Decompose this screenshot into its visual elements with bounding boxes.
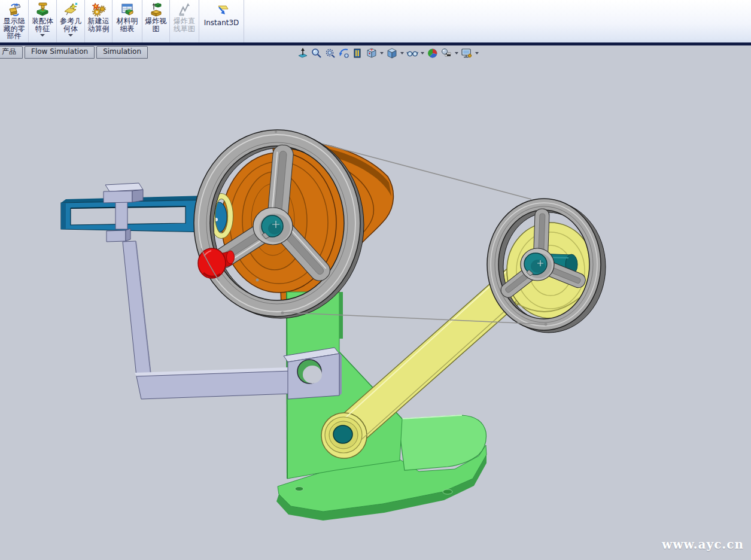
belt-tangent-point [275,130,277,133]
tab-simulation[interactable]: Simulation [96,46,148,59]
button-label: 材料明 [117,17,138,25]
explode-line-sketch-icon [177,2,192,17]
slider-block-front [104,191,132,203]
motor-housing[interactable] [221,141,393,312]
button-label: 显示隐 [4,17,25,25]
small-pulley-assembly[interactable] [487,199,606,333]
zoom-to-area-icon[interactable] [311,47,323,59]
assembly-features-button[interactable]: 装配体 特征 [29,0,57,42]
bill-of-materials-button[interactable]: 材料明 细表 [113,0,142,42]
button-label: Instant3D [204,19,239,27]
end-block-side [339,354,342,395]
explode-line-sketch-button[interactable]: 爆炸直 线草图 [170,0,199,42]
exploded-view-button[interactable]: 爆炸视 图 [142,0,170,42]
button-label: 部件 [7,32,22,40]
reference-geometry-icon [63,2,78,17]
belt-tangent-point [545,323,548,326]
clamp-block-side [126,229,130,241]
frame-slot [71,206,186,225]
watermark: www.ayc.cn [662,537,744,552]
reference-geometry-button[interactable]: 参考几 何体 [57,0,85,42]
view-orientation-icon[interactable] [366,47,378,59]
clamp-block-front [107,230,126,242]
edit-appearance-icon[interactable] [427,47,439,59]
dropdown-arrow-icon[interactable] [455,52,458,54]
tab-products[interactable]: 产品 [0,46,23,59]
tab-flow-simulation[interactable]: Flow Simulation [25,46,95,59]
base-bolt-hole [295,487,303,491]
sketch-point [256,279,259,282]
show-hidden-components-icon [7,2,22,17]
new-motion-study-button[interactable]: 新建运 动算例 [85,0,113,42]
button-label: 装配体 [32,17,53,25]
dropdown-arrow-icon[interactable] [68,34,73,36]
slider-web [115,201,127,229]
dropdown-arrow-icon[interactable] [475,52,479,54]
command-toolbar: 显示隐 藏的零 部件 装配体 特征 参考几 何体 [0,0,751,45]
new-motion-study-icon [91,2,107,17]
button-label: 动算例 [88,25,110,33]
button-label: 爆炸直 [174,17,195,25]
heads-up-view-toolbar [297,47,479,60]
graphics-area[interactable] [0,0,751,560]
rotate-view-icon[interactable] [338,47,350,59]
button-label: 特征 [35,25,50,33]
exploded-view-icon [148,2,164,17]
hide-show-items-icon[interactable] [406,47,418,59]
knob-head [198,248,226,278]
slider-block-side [132,190,143,202]
frame-end-cap [61,203,66,229]
instant3d-button[interactable]: Instant3D [199,0,244,42]
button-label: 何体 [63,25,78,33]
dropdown-arrow-icon[interactable] [40,34,45,36]
previous-view-icon[interactable] [324,47,336,59]
dropdown-arrow-icon[interactable] [421,52,424,54]
section-view-icon[interactable] [352,47,364,59]
belt-tangent-point [281,312,284,315]
button-label: 图 [153,25,160,33]
show-hidden-components-button[interactable]: 显示隐 藏的零 部件 [0,0,29,42]
button-label: 线草图 [174,25,195,33]
button-label: 细表 [120,25,135,33]
zoom-to-fit-icon[interactable] [297,47,309,59]
display-style-icon[interactable] [386,47,398,59]
assembly-features-icon [35,2,50,17]
button-label: 参考几 [60,17,81,25]
commandmanager-tabs: 产品 Flow Simulation Simulation [0,46,148,59]
dropdown-arrow-icon[interactable] [380,52,384,54]
instant3d-icon [214,4,229,19]
view-settings-icon[interactable] [461,47,473,59]
base-bolt-hole [443,489,452,494]
button-label: 爆炸视 [145,17,167,25]
link-vertical-bar [123,241,151,376]
button-label: 新建运 [88,17,110,25]
knob-stem-cap [227,251,235,264]
dropdown-arrow-icon[interactable] [400,52,404,54]
end-block-hole-through [303,366,322,384]
crank-pin[interactable] [333,425,352,443]
bill-of-materials-icon [120,2,135,17]
apply-scene-icon[interactable] [440,47,452,59]
